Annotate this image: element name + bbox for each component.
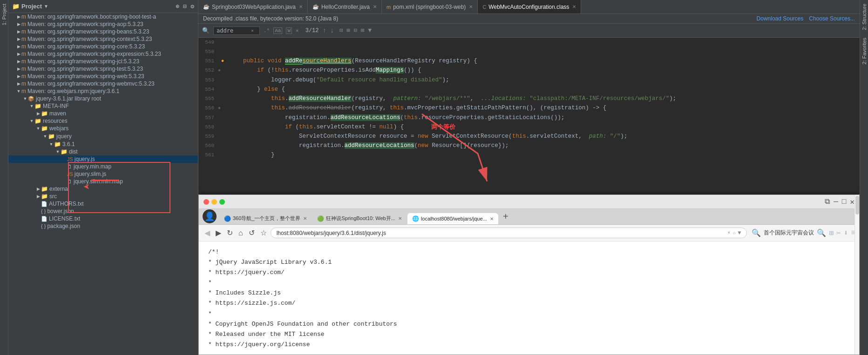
tree-item-maven7[interactable]: ▶ m Maven: org.springframework:spring-jc… <box>8 58 198 65</box>
tree-item-external[interactable]: ▶ 📁 external <box>8 185 198 193</box>
tree-item-maven3[interactable]: ▶ m Maven: org.springframework:spring-be… <box>8 28 198 35</box>
tab-close-icon[interactable]: ✕ <box>299 4 303 9</box>
tree-item-jquery-npm[interactable]: ▼ m Maven: org.webjars.npm:jquery:3.6.1 <box>8 87 198 95</box>
bookmark-page-icon[interactable]: ☆ <box>732 229 736 236</box>
tab-close-icon[interactable]: ✕ <box>373 4 377 9</box>
tree-item-361[interactable]: ▼ 📁 3.6.1 <box>8 141 198 148</box>
tree-item-jar[interactable]: ▼ 📦 jquery-3.6.1.jar library root <box>8 95 198 102</box>
search-input[interactable] <box>217 27 249 34</box>
browser-refresh-btn[interactable]: ↻ <box>225 228 235 238</box>
browser-tab-360[interactable]: 🔵 360导航_一个主页，整个世界 ✕ <box>219 213 312 224</box>
tree-item-package[interactable]: { } package.json <box>8 222 198 230</box>
choose-sources-btn[interactable]: Choose Sources... <box>809 15 855 22</box>
clear-search-icon[interactable]: ✕ <box>251 28 254 33</box>
tab-pom[interactable]: m pom.xml (springboot-03-web) ✕ <box>382 0 478 14</box>
browser-tab-close[interactable]: ✕ <box>303 216 307 221</box>
restore-icon[interactable]: ⧉ <box>825 197 830 206</box>
browser-home-btn[interactable]: ⌂ <box>237 228 245 238</box>
close-search-icon[interactable]: ⊡ <box>339 27 343 34</box>
tree-item-maven9[interactable]: ▶ m Maven: org.springframework:spring-we… <box>8 73 198 80</box>
browser-history-btn[interactable]: ↺ <box>247 228 257 238</box>
tree-item-jqueryslim[interactable]: JS jquery.slim.js <box>8 170 198 178</box>
browser-tab-close[interactable]: ✕ <box>490 216 494 221</box>
line-gutter <box>218 113 227 122</box>
line-number: 553 <box>198 75 218 85</box>
lock-icon: ⚡ <box>727 229 731 236</box>
browser-new-tab-btn[interactable]: + <box>499 212 512 222</box>
browser-tab-video[interactable]: 🟢 狂神说SpringBoot10: Web开... ✕ <box>312 213 406 224</box>
sync-icon[interactable]: ⊕ <box>176 3 180 10</box>
vtab-project[interactable]: 1: Project <box>0 0 8 29</box>
browser-search2-icon[interactable]: 🔍 <box>817 228 826 238</box>
tree-item-jquerymap[interactable]: 🗒 jquery.min.map <box>8 163 198 170</box>
tree-item-maven1[interactable]: ▶ m Maven: org.springframework.boot:spri… <box>8 13 198 20</box>
tree-item-jqueryslimmap[interactable]: 🗒 jquery.slim.min.map <box>8 178 198 185</box>
tree-item-jqueryjs[interactable]: JS jquery.js <box>8 155 198 163</box>
open-in-find-icon[interactable]: ⊞ <box>347 27 350 34</box>
case-sensitive-icon[interactable]: Aa <box>273 27 282 34</box>
tab-close-icon[interactable]: ✕ <box>469 4 473 9</box>
filter-icon[interactable]: ✕ <box>296 27 299 33</box>
download-sources-btn[interactable]: Download Sources <box>757 15 804 22</box>
tree-item-dist[interactable]: ▼ 📁 dist <box>8 148 198 155</box>
tab-hello[interactable]: ☕ HelloController.java ✕ <box>308 0 382 14</box>
tab-close-icon[interactable]: ✕ <box>572 4 576 9</box>
collapse-icon[interactable]: ⊟ <box>183 3 187 10</box>
tab-webmvc[interactable]: C WebMvcAutoConfiguration.class ✕ <box>478 0 581 14</box>
browser-right-icons: 🔍 首个国际元宇宙会议 🔍 ⊞ ✂ ⬇ ≡ <box>752 228 855 238</box>
tree-item-maven2[interactable]: ▶ m Maven: org.springframework:spring-ao… <box>8 20 198 28</box>
dropdown-icon[interactable]: ▼ <box>44 4 48 9</box>
word-match-icon[interactable]: W <box>286 27 292 34</box>
tree-item-bower[interactable]: { } bower.json <box>8 208 198 215</box>
next-match-icon[interactable]: ↓ <box>330 27 334 34</box>
tree-item-jquery[interactable]: ▼ 📁 jquery <box>8 132 198 141</box>
browser-tab-localhost[interactable]: 🌐 localhost8080/webjars/jque... ✕ <box>407 213 498 224</box>
tree-item-license[interactable]: 📄 LICENSE.txt <box>8 215 198 222</box>
tab-springboot[interactable]: ☕ Springboot03WebApplication.java ✕ <box>198 0 308 14</box>
browser-close-btn[interactable] <box>203 199 209 205</box>
browser-tab-close[interactable]: ✕ <box>398 216 402 221</box>
tree-item-maven8[interactable]: ▶ m Maven: org.springframework:spring-te… <box>8 65 198 73</box>
browser-scrollbar[interactable] <box>854 195 859 355</box>
arrow-icon: ▶ <box>16 29 21 34</box>
browser-minimize-btn[interactable] <box>211 199 217 205</box>
close-win-icon[interactable]: ✕ <box>850 197 854 207</box>
options-icon[interactable]: ⊟ <box>354 27 357 34</box>
browser-address-bar[interactable]: ⚡ ☆ ▼ <box>271 228 747 238</box>
tree-item-meta-inf[interactable]: ▼ 📁 META-INF <box>8 102 198 110</box>
settings-icon[interactable]: ⚙ <box>190 3 194 10</box>
browser-bookmark-btn[interactable]: ☆ <box>258 228 269 238</box>
code-line-557: 557 registration.addResourceLocations(th… <box>198 113 860 122</box>
filter2-icon[interactable]: ⊠ <box>361 27 364 34</box>
tree-item-maven4[interactable]: ▶ m Maven: org.springframework:spring-co… <box>8 35 198 43</box>
tree-item-maven-folder[interactable]: ▶ 📁 maven <box>8 110 198 117</box>
tree-item-authors[interactable]: 📄 AUTHORS.txt <box>8 200 198 208</box>
tree-item-src[interactable]: ▶ 📁 src <box>8 193 198 200</box>
browser-content: /*! * jQuery JavaScript Library v3.6.1 *… <box>199 241 859 355</box>
tree-item-maven5[interactable]: ▶ m Maven: org.springframework:spring-co… <box>8 43 198 50</box>
class-icon: C <box>482 4 486 10</box>
browser-tiles-icon[interactable]: ⊞ <box>829 228 834 238</box>
line-number: 552 <box>198 66 218 75</box>
browser-tools-icon[interactable]: ✂ <box>836 228 841 238</box>
maximize-win-icon[interactable]: □ <box>842 198 847 206</box>
browser-back-btn[interactable]: ◀ <box>203 228 212 238</box>
search-count: 3/12 <box>305 27 319 34</box>
regex-icon[interactable]: .* <box>264 28 270 33</box>
browser-scrollbar-thumb[interactable] <box>855 196 859 214</box>
tree-item-maven6[interactable]: ▶ m Maven: org.springframework:spring-ex… <box>8 50 198 58</box>
expand-address-icon[interactable]: ▼ <box>738 230 741 236</box>
prev-match-icon[interactable]: ↑ <box>322 27 326 34</box>
vtab-structure[interactable]: 2: Structure <box>861 0 868 34</box>
tree-item-resources[interactable]: ▼ 📁 resources <box>8 117 198 125</box>
tree-item-webjars[interactable]: ▼ 📁 webjars <box>8 125 198 132</box>
js-file-icon: JS <box>67 171 73 177</box>
filter3-icon[interactable]: ▼ <box>368 27 372 34</box>
browser-maximize-btn[interactable] <box>219 199 225 205</box>
browser-download-icon[interactable]: ⬇ <box>844 228 848 238</box>
tree-item-maven10[interactable]: ▶ m Maven: org.springframework:spring-we… <box>8 80 198 87</box>
minimize-win-icon[interactable]: — <box>834 198 838 206</box>
browser-address-input[interactable] <box>277 230 726 236</box>
browser-forward-btn[interactable]: ▶ <box>214 228 223 238</box>
vtab-favorites[interactable]: 2: Favorites <box>861 34 868 68</box>
